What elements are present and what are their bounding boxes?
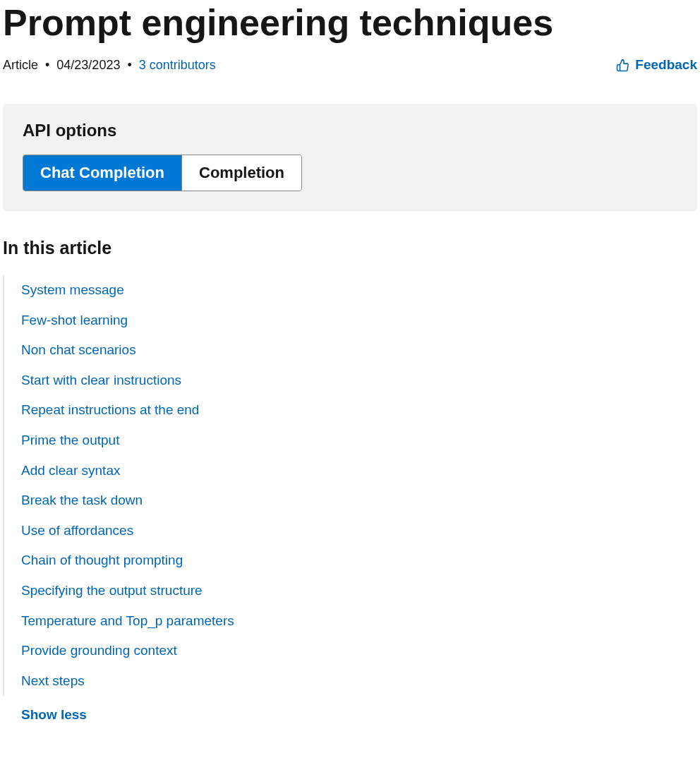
api-selector-panel: API options Chat Completion Completion xyxy=(3,104,697,211)
meta-left: Article • 04/23/2023 • 3 contributors xyxy=(3,58,216,73)
toc-link[interactable]: Provide grounding context xyxy=(21,636,700,666)
toc-heading: In this article xyxy=(3,238,700,258)
publish-date: 04/23/2023 xyxy=(56,58,120,73)
table-of-contents: System message Few-shot learning Non cha… xyxy=(3,275,700,696)
toc-link[interactable]: Next steps xyxy=(21,666,700,697)
meta-row: Article • 04/23/2023 • 3 contributors Fe… xyxy=(0,46,700,73)
tab-chat-completion[interactable]: Chat Completion xyxy=(23,155,181,191)
contributors-link[interactable]: 3 contributors xyxy=(139,58,216,73)
feedback-label: Feedback xyxy=(635,57,697,73)
toc-link[interactable]: Use of affordances xyxy=(21,516,700,546)
content-type: Article xyxy=(3,58,38,73)
separator: • xyxy=(127,58,131,73)
tab-group: Chat Completion Completion xyxy=(23,155,302,191)
toc-toggle[interactable]: Show less xyxy=(21,707,700,723)
tab-completion[interactable]: Completion xyxy=(181,155,301,191)
toc-link[interactable]: Prime the output xyxy=(21,426,700,456)
toc-link[interactable]: Break the task down xyxy=(21,486,700,516)
separator: • xyxy=(45,58,49,73)
toc-link[interactable]: Start with clear instructions xyxy=(21,366,700,396)
toc-link[interactable]: Add clear syntax xyxy=(21,456,700,486)
toc-link[interactable]: System message xyxy=(21,275,700,306)
page-title: Prompt engineering techniques xyxy=(0,0,700,46)
toc-link[interactable]: Non chat scenarios xyxy=(21,335,700,366)
toc-link[interactable]: Few-shot learning xyxy=(21,306,700,336)
toc-link[interactable]: Repeat instructions at the end xyxy=(21,395,700,426)
toc-link[interactable]: Temperature and Top_p parameters xyxy=(21,606,700,637)
selector-title: API options xyxy=(23,121,677,140)
toc-link[interactable]: Specifying the output structure xyxy=(21,576,700,606)
feedback-button[interactable]: Feedback xyxy=(616,57,697,73)
toc-link[interactable]: Chain of thought prompting xyxy=(21,546,700,576)
thumbs-up-icon xyxy=(616,59,629,72)
